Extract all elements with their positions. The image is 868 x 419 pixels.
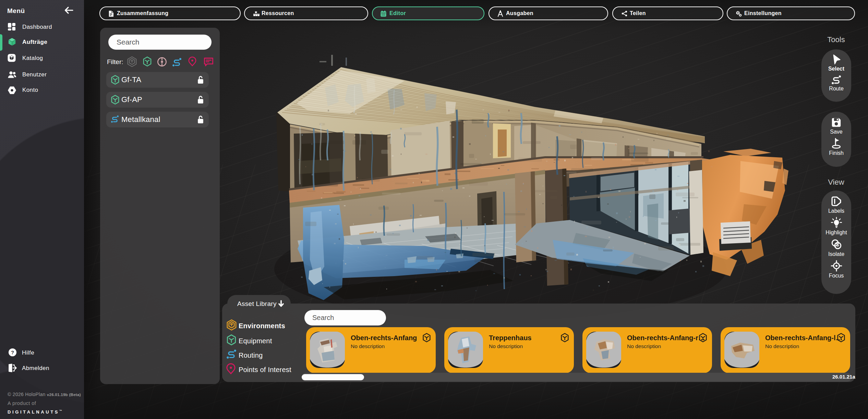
svg-text:?: ? [11, 350, 14, 355]
